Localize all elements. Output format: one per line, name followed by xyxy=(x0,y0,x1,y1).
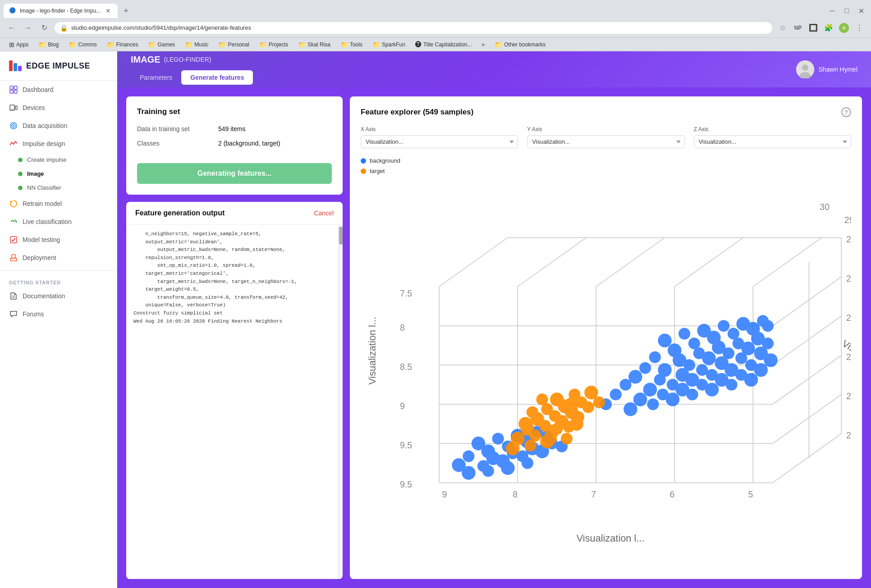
svg-point-78 xyxy=(649,351,661,363)
sidebar-item-nn-classifier[interactable]: NN Classifier xyxy=(0,181,117,195)
bookmark-skalrisa-label: Skal Risa xyxy=(307,41,330,48)
bookmark-finances[interactable]: 📁 Finances xyxy=(103,40,142,49)
generate-features-button[interactable]: Generating features... xyxy=(137,163,332,184)
finances-folder-icon: 📁 xyxy=(107,41,115,48)
bookmark-more[interactable]: » xyxy=(478,41,489,49)
browser-tab[interactable]: 🔵 Image - lego-finder - Edge Impu... ✕ xyxy=(4,4,118,18)
star-icon[interactable]: ☆ xyxy=(776,22,789,34)
bookmark-blog[interactable]: 📁 Blog xyxy=(35,40,62,49)
sidebar-logo: EDGE IMPULSE xyxy=(0,51,117,81)
bookmark-tools[interactable]: 📁 Tools xyxy=(337,40,366,49)
bookmark-music[interactable]: 📁 Music xyxy=(181,40,212,49)
axis-row: X Axis Visualization... Y Axis Visualiza… xyxy=(361,126,851,148)
bookmark-tools-label: Tools xyxy=(350,41,362,48)
tab-generate-features[interactable]: Generate features xyxy=(181,70,253,85)
svg-point-115 xyxy=(623,402,637,416)
svg-line-31 xyxy=(773,434,841,483)
bookmark-blog-label: Blog xyxy=(48,41,59,48)
reload-button[interactable]: ↻ xyxy=(38,22,50,34)
bookmark-sparkfun[interactable]: 📁 SparkFun xyxy=(369,40,409,49)
menu-icon[interactable]: ⋮ xyxy=(853,22,866,34)
sidebar-item-devices[interactable]: Devices xyxy=(0,99,117,117)
legend-item-target: target xyxy=(361,168,851,174)
y-axis-select[interactable]: Visualization... xyxy=(527,135,684,148)
svg-point-144 xyxy=(522,457,533,469)
svg-text:8: 8 xyxy=(513,489,518,499)
sidebar-create-impulse-label: Create impulse xyxy=(27,156,66,163)
x-axis-select[interactable]: Visualization... xyxy=(361,135,518,148)
bookmark-projects[interactable]: 📁 Projects xyxy=(256,40,292,49)
bookmark-apps[interactable]: ⊞ Apps xyxy=(5,40,32,49)
bookmark-projects-label: Projects xyxy=(269,41,288,48)
sidebar-item-image[interactable]: Image xyxy=(0,167,117,181)
sidebar-item-deployment[interactable]: Deployment xyxy=(0,249,117,267)
logo-text: EDGE IMPULSE xyxy=(26,61,90,71)
sidebar-item-create-impulse[interactable]: Create impulse xyxy=(0,153,117,167)
bookmark-titlecap[interactable]: 🅣 Title Capitalization... xyxy=(412,40,476,49)
svg-point-84 xyxy=(639,362,651,374)
sidebar-item-forums[interactable]: Forums xyxy=(0,305,117,323)
svg-point-92 xyxy=(654,374,666,386)
user-area: Shawn Hymel xyxy=(796,60,857,78)
apps-icon: ⊞ xyxy=(9,41,14,48)
tab-parameters[interactable]: Parameters xyxy=(131,70,181,85)
sidebar-item-model-testing[interactable]: Model testing xyxy=(0,231,117,249)
help-icon[interactable]: ? xyxy=(841,107,851,117)
new-tab-button[interactable]: + xyxy=(119,5,132,17)
sidebar-live-label: Live classification xyxy=(23,218,72,225)
sidebar-item-dashboard[interactable]: Dashboard xyxy=(0,81,117,99)
svg-point-96 xyxy=(735,352,747,364)
forward-button[interactable]: → xyxy=(22,22,34,34)
tab-close-button[interactable]: ✕ xyxy=(104,7,112,15)
output-card: Feature generation output Cancel n_neigh… xyxy=(126,202,343,579)
svg-line-32 xyxy=(773,395,841,444)
secure-icon: 🔒 xyxy=(60,24,68,32)
address-bar: ← → ↻ 🔒 studio.edgeimpulse.com/studio/59… xyxy=(0,18,871,38)
sidebar-image-label: Image xyxy=(27,170,44,177)
bookmark-comms[interactable]: 📁 Comms xyxy=(65,40,100,49)
svg-text:24: 24 xyxy=(846,391,851,401)
browser-right-icons: ☆ NP 🔲 🧩 A ⋮ xyxy=(776,22,866,34)
svg-point-99 xyxy=(643,383,657,396)
sidebar-item-retrain-model[interactable]: Retrain model xyxy=(0,195,117,213)
svg-line-42 xyxy=(753,237,821,287)
extension-icon-1[interactable]: 🔲 xyxy=(807,22,820,34)
cancel-button[interactable]: Cancel xyxy=(314,210,334,217)
chart-area: 9.5 9.5 9 8.5 8 7.5 9 8 7 6 5 xyxy=(361,182,851,568)
scatter-chart: 9.5 9.5 9 8.5 8 7.5 9 8 7 6 5 xyxy=(361,182,851,568)
svg-point-106 xyxy=(610,388,622,400)
np-icon[interactable]: NP xyxy=(792,22,804,34)
sidebar-devices-label: Devices xyxy=(23,104,45,111)
maximize-button[interactable]: □ xyxy=(840,5,853,17)
svg-rect-3 xyxy=(14,86,17,89)
svg-text:8.5: 8.5 xyxy=(400,362,412,372)
back-button[interactable]: ← xyxy=(5,22,18,34)
close-button[interactable]: ✕ xyxy=(855,5,867,17)
sidebar-item-data-acquisition[interactable]: Data acquisition xyxy=(0,117,117,135)
bookmark-games[interactable]: 📁 Games xyxy=(144,40,179,49)
comms-folder-icon: 📁 xyxy=(69,41,76,48)
svg-text:9.5: 9.5 xyxy=(400,479,412,489)
sidebar-item-impulse-design[interactable]: Impulse design xyxy=(0,135,117,153)
svg-point-77 xyxy=(762,320,774,332)
svg-point-120 xyxy=(725,379,737,391)
extension-icon-2[interactable]: 🧩 xyxy=(822,22,835,34)
svg-rect-2 xyxy=(10,86,13,89)
z-axis-select[interactable]: Visualization... xyxy=(694,135,851,148)
bookmark-titlecap-label: Title Capitalization... xyxy=(423,41,472,48)
output-scrollbar[interactable] xyxy=(338,225,343,579)
logo-bar-red xyxy=(9,60,13,71)
sidebar-impulse-label: Impulse design xyxy=(23,140,65,147)
address-box[interactable]: 🔒 studio.edgeimpulse.com/studio/5941/dsp… xyxy=(54,22,773,34)
sidebar-dashboard-label: Dashboard xyxy=(23,86,54,93)
sidebar-item-live-classification[interactable]: Live classification xyxy=(0,213,117,231)
svg-rect-14 xyxy=(10,258,17,261)
profile-icon[interactable]: A xyxy=(838,22,850,34)
svg-point-163 xyxy=(506,442,519,455)
bookmark-personal[interactable]: 📁 Personal xyxy=(215,40,252,49)
minimize-button[interactable]: ─ xyxy=(826,5,839,17)
page-subtitle: (LEGO-FINDER) xyxy=(164,56,211,63)
sidebar-item-documentation[interactable]: Documentation xyxy=(0,287,117,305)
bookmark-skalrisa[interactable]: 📁 Skal Risa xyxy=(294,40,334,49)
bookmark-other[interactable]: 📁 Other bookmarks xyxy=(491,40,549,49)
